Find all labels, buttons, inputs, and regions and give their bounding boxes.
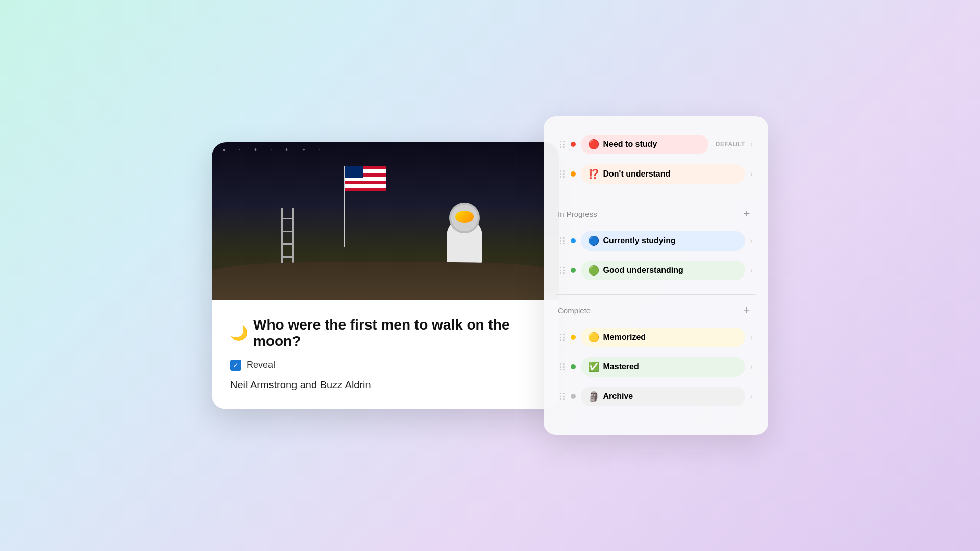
dot-currently-studying xyxy=(571,238,576,243)
status-item-currently-studying[interactable]: 🔵 Currently studying › xyxy=(556,227,756,255)
label-memorized: Memorized xyxy=(603,333,646,342)
status-item-good-understanding[interactable]: 🟢 Good understanding › xyxy=(556,257,756,284)
emoji-dont-understand: ⁉️ xyxy=(588,168,599,180)
complete-title: Complete xyxy=(558,306,591,315)
moon-surface xyxy=(212,262,559,300)
label-need-to-study: Need to study xyxy=(603,140,657,149)
add-complete-button[interactable]: + xyxy=(740,303,754,317)
chevron-good-understanding: › xyxy=(750,266,753,275)
chevron-archive: › xyxy=(750,392,753,401)
flashcard-body: 🌙 Who were the first men to walk on the … xyxy=(212,300,559,409)
label-archive: Archive xyxy=(603,392,633,401)
status-panel: 🔴 Need to study DEFAULT › ⁉️ Don't under… xyxy=(544,116,768,435)
drag-handle-dont-understand xyxy=(559,170,566,178)
scene: 🌙 Who were the first men to walk on the … xyxy=(212,116,768,435)
question-text: Who were the first men to walk on the mo… xyxy=(253,317,541,349)
drag-handle-need-to-study xyxy=(559,141,566,148)
pill-archive[interactable]: 🗿 Archive xyxy=(581,387,745,406)
astronaut-helmet xyxy=(449,203,480,233)
reveal-checkbox[interactable]: ✓ xyxy=(230,360,241,371)
flashcard-question: 🌙 Who were the first men to walk on the … xyxy=(230,317,541,349)
drag-handle-memorized xyxy=(559,334,566,341)
label-currently-studying: Currently studying xyxy=(603,236,676,245)
pill-dont-understand[interactable]: ⁉️ Don't understand xyxy=(581,164,745,184)
astronaut-visor xyxy=(455,211,474,223)
emoji-need-to-study: 🔴 xyxy=(588,139,599,150)
label-good-understanding: Good understanding xyxy=(603,266,683,275)
status-section-default: 🔴 Need to study DEFAULT › ⁉️ Don't under… xyxy=(556,131,756,188)
astronaut-suit xyxy=(447,218,482,269)
emoji-archive: 🗿 xyxy=(588,391,599,402)
chevron-currently-studying: › xyxy=(750,236,753,245)
divider-1 xyxy=(556,198,756,198)
astronaut xyxy=(447,218,482,269)
in-progress-header: In Progress + xyxy=(556,207,756,221)
question-emoji: 🌙 xyxy=(230,324,248,341)
drag-handle-currently-studying xyxy=(559,237,566,244)
divider-2 xyxy=(556,294,756,295)
status-item-memorized[interactable]: 🟡 Memorized › xyxy=(556,323,756,351)
label-dont-understand: Don't understand xyxy=(603,169,671,179)
dot-dont-understand xyxy=(571,171,576,177)
dot-need-to-study xyxy=(571,142,576,147)
flashcard: 🌙 Who were the first men to walk on the … xyxy=(212,142,559,409)
emoji-mastered: ✅ xyxy=(588,361,599,372)
chevron-dont-understand: › xyxy=(750,169,753,179)
status-section-complete: Complete + 🟡 Memorized › xyxy=(556,303,756,410)
pill-mastered[interactable]: ✅ Mastered xyxy=(581,357,745,377)
emoji-memorized: 🟡 xyxy=(588,332,599,343)
status-item-dont-understand[interactable]: ⁉️ Don't understand › xyxy=(556,160,756,188)
emoji-good-understanding: 🟢 xyxy=(588,265,599,276)
status-item-need-to-study[interactable]: 🔴 Need to study DEFAULT › xyxy=(556,131,756,158)
flashcard-answer: Neil Armstrong and Buzz Aldrin xyxy=(230,379,541,391)
pill-need-to-study[interactable]: 🔴 Need to study xyxy=(581,135,708,154)
in-progress-title: In Progress xyxy=(558,210,597,218)
pill-currently-studying[interactable]: 🔵 Currently studying xyxy=(581,231,745,251)
ladder-decoration xyxy=(281,208,294,269)
pill-good-understanding[interactable]: 🟢 Good understanding xyxy=(581,261,745,280)
emoji-currently-studying: 🔵 xyxy=(588,235,599,246)
status-item-mastered[interactable]: ✅ Mastered › xyxy=(556,353,756,381)
pill-memorized[interactable]: 🟡 Memorized xyxy=(581,328,745,347)
drag-handle-mastered xyxy=(559,363,566,370)
dot-mastered xyxy=(571,364,576,369)
chevron-memorized: › xyxy=(750,333,753,342)
add-in-progress-button[interactable]: + xyxy=(740,207,754,221)
flashcard-image xyxy=(212,142,559,300)
status-section-in-progress: In Progress + 🔵 Currently studying › xyxy=(556,207,756,284)
chevron-need-to-study: › xyxy=(750,140,753,149)
drag-handle-archive xyxy=(559,393,566,400)
label-mastered: Mastered xyxy=(603,362,639,371)
flashcard-reveal-row[interactable]: ✓ Reveal xyxy=(230,360,541,371)
dot-archive xyxy=(571,394,576,399)
dot-memorized xyxy=(571,335,576,340)
status-item-archive[interactable]: 🗿 Archive › xyxy=(556,383,756,410)
chevron-mastered: › xyxy=(750,362,753,371)
default-badge: DEFAULT xyxy=(716,141,745,148)
reveal-label: Reveal xyxy=(247,360,275,370)
flag-canton xyxy=(345,166,363,178)
complete-header: Complete + xyxy=(556,303,756,317)
drag-handle-good-understanding xyxy=(559,267,566,274)
dot-good-understanding xyxy=(571,268,576,273)
